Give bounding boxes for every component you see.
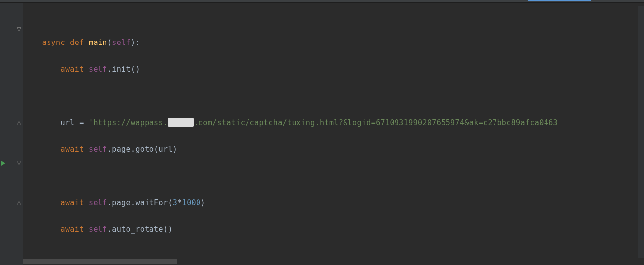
top-bar-accent (528, 0, 591, 1)
horizontal-scrollbar[interactable] (23, 258, 644, 265)
error-stripe[interactable] (638, 6, 644, 265)
code-line[interactable]: await self.page.waitFor(3*1000) (23, 196, 644, 210)
fold-close-icon[interactable] (0, 116, 23, 130)
code-line[interactable]: await self.page.goto(url) (23, 143, 644, 156)
code-line[interactable]: async def main(self): (23, 36, 644, 49)
self: self (112, 38, 131, 47)
gutter (0, 3, 23, 265)
code-line[interactable]: await self.init() (23, 63, 644, 76)
fold-toggle-icon[interactable] (0, 23, 23, 36)
keyword: def (70, 38, 84, 47)
fold-toggle-icon[interactable] (0, 156, 23, 170)
url-string: https://wappass. (93, 118, 168, 127)
function-name: main (89, 38, 107, 47)
code-line[interactable] (23, 89, 644, 103)
redacted-block (168, 118, 194, 127)
code-line[interactable]: await self.auto_rotate() (23, 223, 644, 236)
code-editor[interactable]: async def main(self): await self.init() … (23, 3, 644, 265)
keyword: async (42, 38, 65, 47)
fold-close-icon[interactable] (0, 196, 23, 210)
code-line[interactable]: url = 'https://wappass..com/static/captc… (23, 116, 644, 130)
horizontal-scroll-thumb[interactable] (23, 259, 177, 264)
code-line[interactable] (23, 170, 644, 183)
editor-wrap: async def main(self): await self.init() … (0, 3, 644, 265)
